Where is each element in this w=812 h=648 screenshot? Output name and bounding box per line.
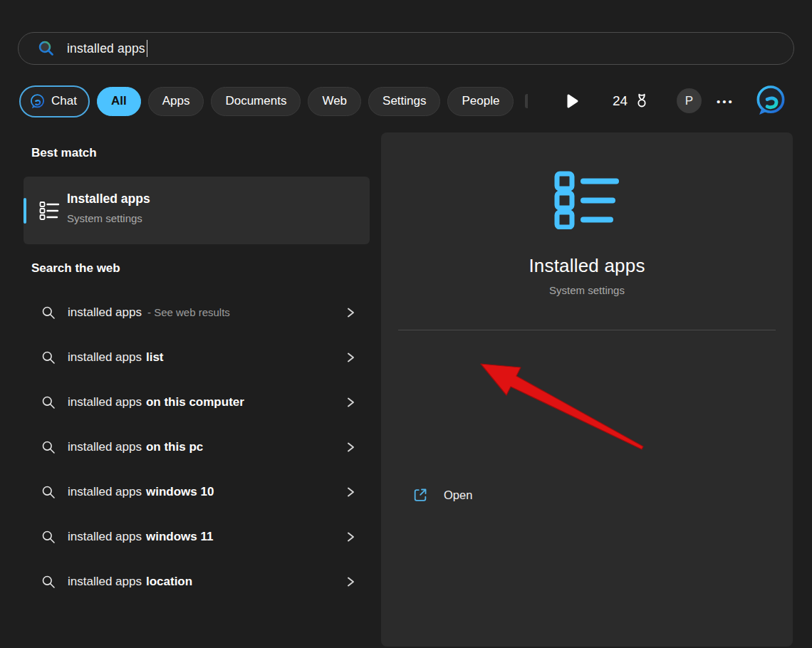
- suggestion-base: installed apps: [68, 395, 142, 409]
- tab-documents[interactable]: Documents: [211, 87, 301, 116]
- suggestion-row[interactable]: installed appswindows 10: [24, 469, 370, 514]
- suggestion-base: installed apps: [68, 350, 142, 364]
- suggestion-base: installed apps: [68, 575, 142, 588]
- suggestion-row[interactable]: installed appswindows 11: [24, 514, 370, 559]
- filters-overflow-arrow[interactable]: [566, 93, 579, 109]
- chevron-right-icon: [344, 486, 357, 498]
- search-glyph-icon: [41, 305, 56, 320]
- divider: [398, 330, 776, 330]
- chevron-right-icon: [344, 441, 357, 454]
- installed-apps-large-icon: [554, 171, 620, 232]
- suggestion-suffix: windows 10: [146, 485, 214, 498]
- suggestion-row[interactable]: installed appson this pc: [24, 424, 370, 469]
- best-match-subtitle: System settings: [67, 212, 142, 224]
- search-glyph-icon: [41, 350, 56, 365]
- chevron-right-icon: [344, 531, 357, 543]
- tab-people[interactable]: People: [447, 87, 514, 116]
- account-avatar[interactable]: P: [677, 88, 702, 113]
- tab-apps[interactable]: Apps: [148, 87, 204, 116]
- search-glyph-icon: [41, 529, 56, 545]
- bing-icon[interactable]: [754, 83, 788, 117]
- chevron-right-icon: [344, 575, 357, 588]
- suggestion-suffix: windows 11: [146, 530, 213, 543]
- tab-clipped-edge: [525, 94, 528, 108]
- best-match-heading: Best match: [31, 146, 97, 160]
- rewards-badge[interactable]: 24: [613, 85, 651, 117]
- open-label: Open: [444, 488, 472, 502]
- best-match-result[interactable]: Installed apps System settings: [24, 177, 370, 244]
- chevron-right-icon: [344, 351, 357, 364]
- search-query-text: installed apps: [67, 41, 145, 56]
- suggestion-base: installed apps: [68, 305, 142, 319]
- suggestion-suffix: location: [146, 575, 192, 588]
- suggestion-row[interactable]: installed appson this computer: [24, 380, 370, 424]
- suggestion-base: installed apps: [68, 440, 142, 454]
- preview-panel: Installed apps System settings Open: [381, 132, 793, 647]
- search-glyph-icon: [41, 484, 56, 500]
- filter-tabs: Chat All Apps Documents Web Settings Peo…: [19, 85, 528, 117]
- suggestion-suffix: list: [146, 350, 164, 364]
- search-input[interactable]: installed apps: [18, 32, 794, 65]
- suggestion-base: installed apps: [68, 530, 142, 543]
- search-glyph-icon: [41, 574, 56, 590]
- suggestion-suffix: on this computer: [146, 395, 244, 409]
- tab-settings[interactable]: Settings: [368, 87, 440, 116]
- web-suggestions-list: installed apps- See web results installe…: [24, 290, 370, 604]
- suggestion-suffix: - See web results: [147, 306, 230, 318]
- tab-chat-label: Chat: [51, 94, 77, 108]
- tab-all[interactable]: All: [97, 87, 141, 116]
- search-glyph-icon: [41, 394, 56, 410]
- tab-web[interactable]: Web: [308, 87, 361, 116]
- search-the-web-heading: Search the web: [31, 261, 120, 276]
- suggestion-row[interactable]: installed apps- See web results: [24, 290, 370, 335]
- windows-search-flyout: installed apps Chat All: [0, 0, 812, 648]
- rewards-medal-icon: [633, 92, 651, 110]
- search-glyph-icon: [41, 439, 56, 455]
- preview-title: Installed apps: [381, 255, 793, 277]
- suggestion-row[interactable]: installed appslocation: [24, 559, 370, 604]
- preview-subtitle: System settings: [381, 284, 793, 296]
- open-action[interactable]: Open: [398, 479, 776, 511]
- tab-chat[interactable]: Chat: [19, 85, 90, 117]
- bing-chat-icon: [29, 93, 46, 110]
- search-icon: [37, 39, 56, 58]
- suggestion-base: installed apps: [68, 485, 142, 498]
- selection-accent-bar: [24, 198, 26, 224]
- rewards-points: 24: [613, 93, 628, 109]
- installed-apps-icon: [38, 200, 60, 224]
- chevron-right-icon: [344, 306, 357, 319]
- suggestion-row[interactable]: installed appslist: [24, 335, 370, 380]
- best-match-title: Installed apps: [67, 192, 150, 207]
- more-options-button[interactable]: •••: [717, 85, 734, 117]
- text-cursor: [147, 40, 148, 57]
- chevron-right-icon: [344, 396, 357, 409]
- suggestion-suffix: on this pc: [146, 440, 203, 454]
- open-external-icon: [412, 487, 428, 503]
